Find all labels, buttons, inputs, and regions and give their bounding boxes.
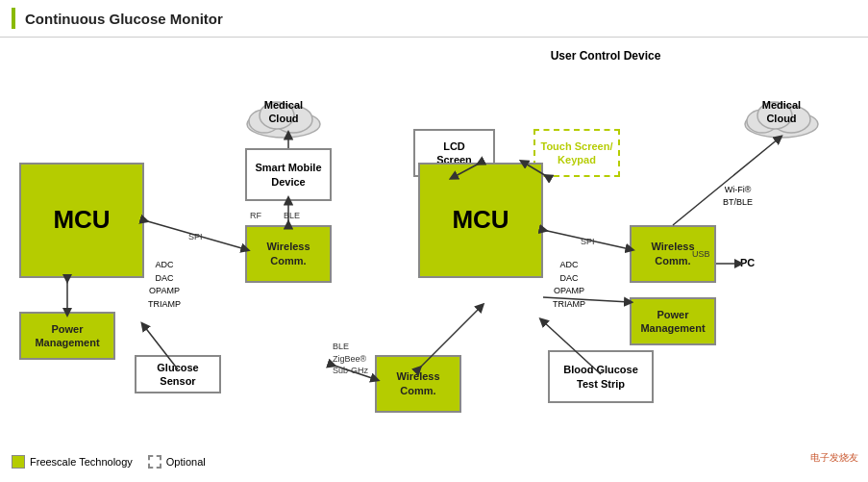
cloud-medical-left: MedicalCloud <box>240 90 327 139</box>
adc-dac-right-label: ADCDACOPAMPTRIAMP <box>553 259 585 311</box>
power-right-label: PowerManagement <box>640 308 705 336</box>
wireless-right-label: WirelessComm. <box>651 240 694 269</box>
legend-dashed-label: Optional <box>166 456 206 468</box>
legend-solid-box <box>12 455 25 469</box>
legend-dashed-box <box>148 455 161 469</box>
mcu-left-box: MCU <box>19 163 144 278</box>
mcu-right-label: MCU <box>452 204 508 237</box>
medical-cloud-left-label: MedicalCloud <box>240 98 327 126</box>
page-title: Continuous Glucose Monitor <box>25 11 223 27</box>
watermark: 电子发烧友 <box>810 451 858 465</box>
section-label: User Control Device <box>471 49 740 63</box>
blood-glucose-box: Blood GlucoseTest Strip <box>548 350 654 403</box>
wifi-label: Wi-Fi®BT/BLE <box>723 184 753 208</box>
power-right-box: PowerManagement <box>630 297 716 345</box>
glucose-sensor-label: GlucoseSensor <box>157 361 198 389</box>
rf-label: RF <box>250 211 261 220</box>
smart-mobile-label: Smart MobileDevice <box>255 161 321 189</box>
spi-left-label: SPI <box>188 232 203 241</box>
diagram-area: User Control Device MedicalCloud Medical… <box>0 38 868 470</box>
wireless-left-box: WirelessComm. <box>245 225 332 283</box>
zigbee-label: BLEZigBee®Sub-GHz <box>333 341 368 377</box>
touch-screen-label: Touch Screen/Keypad <box>541 140 613 167</box>
legend-solid-label: Freescale Technology <box>30 456 133 468</box>
wireless-mid-label: WirelessComm. <box>396 369 439 399</box>
svg-line-20 <box>673 139 779 225</box>
legend-solid: Freescale Technology <box>12 455 133 469</box>
usb-label: USB <box>692 249 710 259</box>
glucose-sensor-box: GlucoseSensor <box>135 355 221 393</box>
medical-cloud-right-label: MedicalCloud <box>738 98 825 126</box>
wireless-left-label: WirelessComm. <box>266 240 310 269</box>
page-container: Continuous Glucose Monitor User Control … <box>0 0 868 482</box>
blood-glucose-label: Blood GlucoseTest Strip <box>563 363 638 391</box>
pc-label: PC <box>740 257 755 268</box>
adc-dac-left-label: ADCDACOPAMPTRIAMP <box>148 259 181 311</box>
title-bar: Continuous Glucose Monitor <box>0 0 868 38</box>
mcu-right-box: MCU <box>418 163 543 278</box>
legend: Freescale Technology Optional <box>12 455 206 469</box>
power-left-box: PowerManagement <box>19 312 115 360</box>
legend-dashed: Optional <box>148 455 206 469</box>
wireless-mid-box: WirelessComm. <box>375 355 461 413</box>
cloud-medical-right: MedicalCloud <box>738 90 825 139</box>
ble-left-label: BLE <box>284 211 300 220</box>
touch-screen-box: Touch Screen/Keypad <box>533 129 620 177</box>
smart-mobile-box: Smart MobileDevice <box>245 148 332 201</box>
spi-right-label: SPI <box>581 237 595 246</box>
power-left-label: PowerManagement <box>35 322 99 350</box>
mcu-left-label: MCU <box>53 204 110 237</box>
